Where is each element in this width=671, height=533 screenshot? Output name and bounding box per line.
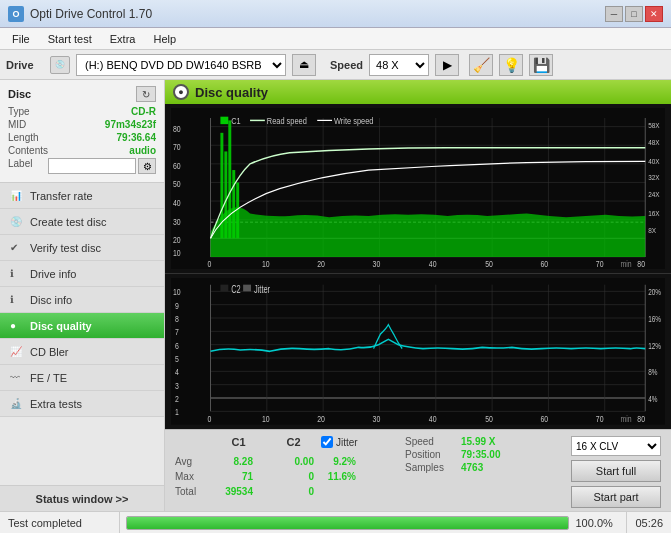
svg-text:40: 40 [173,198,181,208]
charts-container: 80 70 60 50 40 30 20 10 58X 48X 40X 32X … [165,104,671,429]
sidebar-item-fe-te[interactable]: 〰 FE / TE [0,365,164,391]
info-button[interactable]: 💡 [499,54,523,76]
cd-bler-icon: 📈 [10,346,26,357]
app-icon: O [8,6,24,22]
menu-help[interactable]: Help [145,31,184,47]
sidebar-item-drive-info[interactable]: ℹ Drive info [0,261,164,287]
avg-jitter: 9.2% [320,456,356,467]
disc-refresh-button[interactable]: ↻ [136,86,156,102]
chart2-svg: 10 9 8 7 6 5 4 3 2 1 20% 16% 12% 8% 4% [171,278,665,425]
disc-contents-label: Contents [8,145,48,156]
disc-label-row: Label ⚙ [8,158,156,174]
svg-text:4%: 4% [648,394,657,404]
svg-text:6: 6 [175,341,179,351]
sidebar-item-disc-info[interactable]: ℹ Disc info [0,287,164,313]
speed-select[interactable]: 48 X 40 X 32 X 24 X 16 X 8 X [369,54,429,76]
svg-text:0: 0 [208,259,212,269]
disc-mid-row: MID 97m34s23f [8,119,156,130]
stats-max-row: Max 71 0 11.6% [175,471,395,482]
svg-text:C1: C1 [231,115,241,126]
disc-title: Disc [8,88,31,100]
disc-mid-value: 97m34s23f [105,119,156,130]
menu-extra[interactable]: Extra [102,31,144,47]
svg-text:70: 70 [173,142,181,152]
c2-header: C2 [266,436,321,448]
samples-row: Samples 4763 [405,462,525,473]
svg-text:50: 50 [173,180,181,190]
svg-text:48X: 48X [648,137,660,147]
svg-text:40X: 40X [648,156,660,166]
sidebar-item-transfer-rate[interactable]: 📊 Transfer rate [0,183,164,209]
avg-label: Avg [175,456,211,467]
max-c2: 0 [259,471,314,482]
title-bar: O Opti Drive Control 1.70 ─ □ ✕ [0,0,671,28]
menu-start-test[interactable]: Start test [40,31,100,47]
start-part-button[interactable]: Start part [571,486,661,508]
svg-text:min: min [621,414,632,424]
start-full-button[interactable]: Start full [571,460,661,482]
maximize-button[interactable]: □ [625,6,643,22]
progress-bar-fill [127,517,568,529]
svg-text:min: min [621,259,632,269]
drive-icon: 💿 [50,56,70,74]
svg-text:10: 10 [262,414,270,424]
stats-bar: C1 C2 Jitter Avg 8.28 0.00 9.2% Max [165,429,671,511]
verify-disc-icon: ✔ [10,242,26,253]
svg-text:C2: C2 [231,284,241,295]
max-jitter: 11.6% [320,471,356,482]
app-title: Opti Drive Control 1.70 [30,7,152,21]
svg-text:1: 1 [175,408,179,418]
total-c1: 39534 [217,486,253,497]
status-window-button[interactable]: Status window >> [0,485,164,511]
stats-avg-row: Avg 8.28 0.00 9.2% [175,456,395,467]
sidebar-item-extra-tests[interactable]: 🔬 Extra tests [0,391,164,417]
svg-text:5: 5 [175,354,179,364]
status-text: Test completed [0,512,120,533]
svg-text:2: 2 [175,394,179,404]
svg-text:70: 70 [596,259,604,269]
svg-text:0: 0 [208,414,212,424]
menu-file[interactable]: File [4,31,38,47]
jitter-checkbox[interactable] [321,436,333,448]
svg-text:4: 4 [175,368,179,378]
disc-length-label: Length [8,132,39,143]
disc-quality-header-icon: ● [173,84,189,100]
disc-mid-label: MID [8,119,26,130]
svg-text:8: 8 [175,314,179,324]
disc-quality-header: ● Disc quality [165,80,671,104]
title-controls: ─ □ ✕ [605,6,663,22]
speed-clv-select[interactable]: 16 X CLV 8 X CLV 24 X CLV 32 X CLV 48 X … [571,436,661,456]
samples-row-label: Samples [405,462,455,473]
speed-row-value: 15.99 X [461,436,495,447]
jitter-header: Jitter [336,437,358,448]
svg-text:8X: 8X [648,226,656,236]
svg-text:30: 30 [373,414,381,424]
eject-button[interactable]: ⏏ [292,54,316,76]
disc-contents-row: Contents audio [8,145,156,156]
drive-select[interactable]: (H:) BENQ DVD DD DW1640 BSRB [76,54,286,76]
close-button[interactable]: ✕ [645,6,663,22]
main-layout: Disc ↻ Type CD-R MID 97m34s23f Length 79… [0,80,671,511]
position-row-value: 79:35.00 [461,449,500,460]
speed-label: Speed [330,59,363,71]
max-label: Max [175,471,211,482]
disc-panel: Disc ↻ Type CD-R MID 97m34s23f Length 79… [0,80,164,183]
svg-text:10: 10 [173,248,181,258]
disc-label-input[interactable] [48,158,136,174]
svg-text:80: 80 [173,124,181,134]
svg-text:9: 9 [175,301,179,311]
save-button[interactable]: 💾 [529,54,553,76]
speed-arrow-button[interactable]: ▶ [435,54,459,76]
disc-quality-icon: ● [10,320,26,331]
sidebar-item-verify-test-disc[interactable]: ✔ Verify test disc [0,235,164,261]
sidebar-item-disc-quality[interactable]: ● Disc quality [0,313,164,339]
svg-text:8%: 8% [648,368,657,378]
disc-type-row: Type CD-R [8,106,156,117]
erase-button[interactable]: 🧹 [469,54,493,76]
sidebar-item-create-test-disc[interactable]: 💿 Create test disc [0,209,164,235]
svg-text:30: 30 [373,259,381,269]
minimize-button[interactable]: ─ [605,6,623,22]
sidebar-item-cd-bler[interactable]: 📈 CD Bler [0,339,164,365]
disc-settings-button[interactable]: ⚙ [138,158,156,174]
svg-text:32X: 32X [648,172,660,182]
